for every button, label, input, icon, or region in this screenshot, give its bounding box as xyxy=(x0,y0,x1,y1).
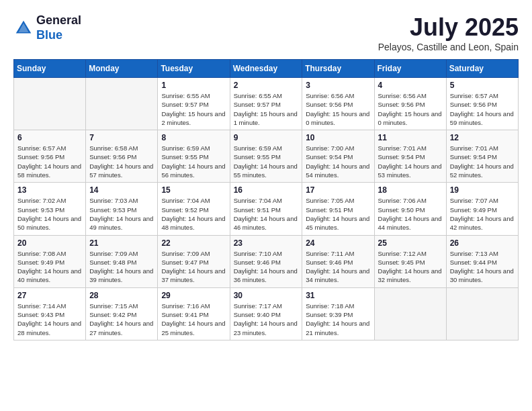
logo-icon xyxy=(13,18,34,38)
calendar-cell: 9Sunrise: 6:59 AMSunset: 9:55 PMDaylight… xyxy=(230,130,302,183)
col-tuesday: Tuesday xyxy=(158,60,230,78)
day-number: 31 xyxy=(306,291,370,300)
calendar-cell: 10Sunrise: 7:00 AMSunset: 9:54 PMDayligh… xyxy=(302,130,374,183)
col-saturday: Saturday xyxy=(446,60,518,78)
main-title: July 2025 xyxy=(378,13,519,42)
day-number: 16 xyxy=(234,185,299,195)
calendar-body: 1Sunrise: 6:55 AMSunset: 9:57 PMDaylight… xyxy=(14,78,519,340)
header: General Blue July 2025 Pelayos, Castille… xyxy=(13,13,519,52)
day-number: 29 xyxy=(161,291,226,300)
day-number: 27 xyxy=(17,291,82,300)
day-number: 1 xyxy=(161,81,226,90)
col-friday: Friday xyxy=(374,60,446,78)
calendar-cell: 31Sunrise: 7:18 AMSunset: 9:39 PMDayligh… xyxy=(302,287,374,340)
calendar-cell xyxy=(14,78,86,130)
day-info: Sunrise: 6:56 AMSunset: 9:56 PMDaylight:… xyxy=(378,91,443,127)
calendar-cell: 14Sunrise: 7:03 AMSunset: 9:53 PMDayligh… xyxy=(86,183,158,235)
day-info: Sunrise: 7:15 AMSunset: 9:42 PMDaylight:… xyxy=(89,302,154,337)
day-info: Sunrise: 7:07 AMSunset: 9:49 PMDaylight:… xyxy=(450,196,515,232)
day-info: Sunrise: 6:57 AMSunset: 9:56 PMDaylight:… xyxy=(450,91,515,127)
calendar-cell: 16Sunrise: 7:04 AMSunset: 9:51 PMDayligh… xyxy=(230,183,302,235)
day-number: 26 xyxy=(450,238,515,248)
calendar-cell: 3Sunrise: 6:56 AMSunset: 9:56 PMDaylight… xyxy=(302,78,374,130)
col-thursday: Thursday xyxy=(302,60,374,78)
col-monday: Monday xyxy=(86,60,158,78)
calendar-cell: 19Sunrise: 7:07 AMSunset: 9:49 PMDayligh… xyxy=(446,183,518,235)
day-info: Sunrise: 7:09 AMSunset: 9:47 PMDaylight:… xyxy=(161,249,226,285)
calendar-cell: 23Sunrise: 7:10 AMSunset: 9:46 PMDayligh… xyxy=(230,235,302,287)
logo-general: General xyxy=(36,13,81,28)
calendar-cell: 18Sunrise: 7:06 AMSunset: 9:50 PMDayligh… xyxy=(374,183,446,235)
calendar-row: 13Sunrise: 7:02 AMSunset: 9:53 PMDayligh… xyxy=(14,183,519,235)
day-info: Sunrise: 6:58 AMSunset: 9:56 PMDaylight:… xyxy=(89,144,154,179)
calendar-cell: 20Sunrise: 7:08 AMSunset: 9:49 PMDayligh… xyxy=(14,235,86,287)
calendar-cell: 7Sunrise: 6:58 AMSunset: 9:56 PMDaylight… xyxy=(86,130,158,183)
day-info: Sunrise: 7:17 AMSunset: 9:40 PMDaylight:… xyxy=(234,302,299,337)
day-number: 18 xyxy=(378,185,443,195)
day-number: 28 xyxy=(89,291,154,300)
logo-text: General Blue xyxy=(36,13,81,42)
calendar-cell: 5Sunrise: 6:57 AMSunset: 9:56 PMDaylight… xyxy=(446,78,518,130)
calendar-table: Sunday Monday Tuesday Wednesday Thursday… xyxy=(13,59,519,340)
calendar-cell: 11Sunrise: 7:01 AMSunset: 9:54 PMDayligh… xyxy=(374,130,446,183)
calendar-cell xyxy=(446,287,518,340)
calendar-cell: 8Sunrise: 6:59 AMSunset: 9:55 PMDaylight… xyxy=(158,130,230,183)
day-info: Sunrise: 7:05 AMSunset: 9:51 PMDaylight:… xyxy=(306,196,370,232)
day-number: 2 xyxy=(234,81,299,90)
calendar-cell: 28Sunrise: 7:15 AMSunset: 9:42 PMDayligh… xyxy=(86,287,158,340)
day-number: 17 xyxy=(306,185,370,195)
calendar-cell: 25Sunrise: 7:12 AMSunset: 9:45 PMDayligh… xyxy=(374,235,446,287)
day-info: Sunrise: 6:55 AMSunset: 9:57 PMDaylight:… xyxy=(234,91,299,127)
day-info: Sunrise: 7:00 AMSunset: 9:54 PMDaylight:… xyxy=(306,144,370,179)
calendar-row: 20Sunrise: 7:08 AMSunset: 9:49 PMDayligh… xyxy=(14,235,519,287)
calendar-cell: 17Sunrise: 7:05 AMSunset: 9:51 PMDayligh… xyxy=(302,183,374,235)
calendar-cell: 29Sunrise: 7:16 AMSunset: 9:41 PMDayligh… xyxy=(158,287,230,340)
day-info: Sunrise: 7:18 AMSunset: 9:39 PMDaylight:… xyxy=(306,302,370,337)
day-number: 9 xyxy=(234,133,299,142)
subtitle: Pelayos, Castille and Leon, Spain xyxy=(378,42,519,52)
day-info: Sunrise: 6:57 AMSunset: 9:56 PMDaylight:… xyxy=(17,144,82,179)
calendar-cell xyxy=(86,78,158,130)
day-number: 21 xyxy=(89,238,154,248)
day-info: Sunrise: 7:06 AMSunset: 9:50 PMDaylight:… xyxy=(378,196,443,232)
day-number: 5 xyxy=(450,81,515,90)
day-info: Sunrise: 7:02 AMSunset: 9:53 PMDaylight:… xyxy=(17,196,82,232)
calendar-row: 27Sunrise: 7:14 AMSunset: 9:43 PMDayligh… xyxy=(14,287,519,340)
header-row: Sunday Monday Tuesday Wednesday Thursday… xyxy=(14,60,519,78)
day-number: 7 xyxy=(89,133,154,142)
calendar-cell: 24Sunrise: 7:11 AMSunset: 9:46 PMDayligh… xyxy=(302,235,374,287)
day-info: Sunrise: 7:11 AMSunset: 9:46 PMDaylight:… xyxy=(306,249,370,285)
day-number: 3 xyxy=(306,81,370,90)
day-info: Sunrise: 6:55 AMSunset: 9:57 PMDaylight:… xyxy=(161,91,226,127)
title-area: July 2025 Pelayos, Castille and Leon, Sp… xyxy=(378,13,519,52)
day-info: Sunrise: 7:04 AMSunset: 9:51 PMDaylight:… xyxy=(234,196,299,232)
calendar-cell: 1Sunrise: 6:55 AMSunset: 9:57 PMDaylight… xyxy=(158,78,230,130)
calendar-cell: 27Sunrise: 7:14 AMSunset: 9:43 PMDayligh… xyxy=(14,287,86,340)
day-number: 10 xyxy=(306,133,370,142)
day-info: Sunrise: 7:01 AMSunset: 9:54 PMDaylight:… xyxy=(378,144,443,179)
day-info: Sunrise: 7:14 AMSunset: 9:43 PMDaylight:… xyxy=(17,302,82,337)
day-info: Sunrise: 7:04 AMSunset: 9:52 PMDaylight:… xyxy=(161,196,226,232)
day-number: 25 xyxy=(378,238,443,248)
day-info: Sunrise: 7:10 AMSunset: 9:46 PMDaylight:… xyxy=(234,249,299,285)
logo-blue: Blue xyxy=(36,28,81,43)
day-info: Sunrise: 7:01 AMSunset: 9:54 PMDaylight:… xyxy=(450,144,515,179)
day-number: 4 xyxy=(378,81,443,90)
day-info: Sunrise: 7:13 AMSunset: 9:44 PMDaylight:… xyxy=(450,249,515,285)
day-number: 20 xyxy=(17,238,82,248)
calendar-cell: 22Sunrise: 7:09 AMSunset: 9:47 PMDayligh… xyxy=(158,235,230,287)
calendar-cell: 21Sunrise: 7:09 AMSunset: 9:48 PMDayligh… xyxy=(86,235,158,287)
calendar-cell: 13Sunrise: 7:02 AMSunset: 9:53 PMDayligh… xyxy=(14,183,86,235)
calendar-cell: 4Sunrise: 6:56 AMSunset: 9:56 PMDaylight… xyxy=(374,78,446,130)
calendar-cell: 6Sunrise: 6:57 AMSunset: 9:56 PMDaylight… xyxy=(14,130,86,183)
day-number: 13 xyxy=(17,185,82,195)
day-info: Sunrise: 7:12 AMSunset: 9:45 PMDaylight:… xyxy=(378,249,443,285)
calendar-cell: 12Sunrise: 7:01 AMSunset: 9:54 PMDayligh… xyxy=(446,130,518,183)
col-sunday: Sunday xyxy=(14,60,86,78)
calendar-row: 6Sunrise: 6:57 AMSunset: 9:56 PMDaylight… xyxy=(14,130,519,183)
day-info: Sunrise: 6:59 AMSunset: 9:55 PMDaylight:… xyxy=(234,144,299,179)
day-info: Sunrise: 7:03 AMSunset: 9:53 PMDaylight:… xyxy=(89,196,154,232)
day-number: 6 xyxy=(17,133,82,142)
col-wednesday: Wednesday xyxy=(230,60,302,78)
calendar-cell: 26Sunrise: 7:13 AMSunset: 9:44 PMDayligh… xyxy=(446,235,518,287)
